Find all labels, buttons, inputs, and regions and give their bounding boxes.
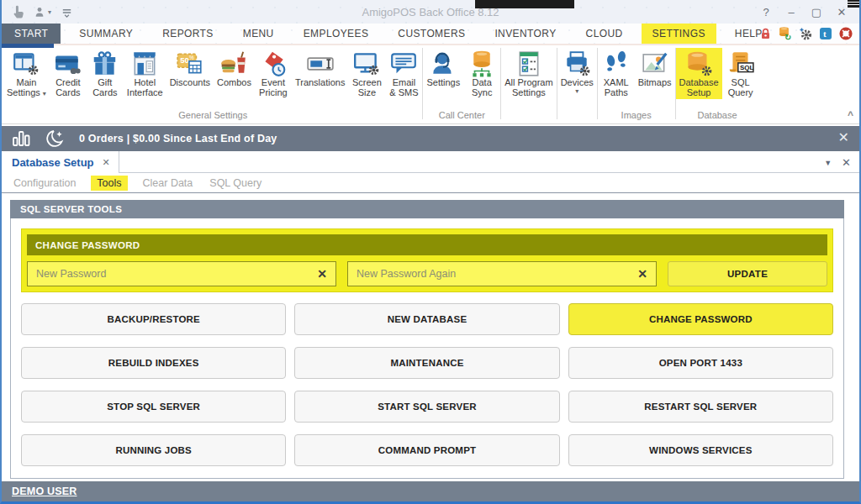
tab-strip-empty-area xyxy=(119,151,859,173)
ribbon-item-bitmaps[interactable]: Bitmaps xyxy=(635,48,675,90)
sql-query-icon: SQL xyxy=(726,50,755,78)
user-pin-icon[interactable]: ▾ xyxy=(34,6,51,18)
ribbon-item-data-sync[interactable]: Data Sync xyxy=(463,48,500,99)
document-tab-close-icon[interactable]: ✕ xyxy=(103,157,110,168)
ribbon-item-main-settings[interactable]: Main Settings ▾ xyxy=(3,48,50,100)
ribbon-collapse-chevron-icon[interactable]: ^ xyxy=(848,109,853,121)
tab-customers[interactable]: CUSTOMERS xyxy=(387,24,476,44)
background-window-artifact xyxy=(475,0,574,8)
ribbon: Main Settings ▾ Credit Cards Gift Cards … xyxy=(2,44,859,124)
gear-icon[interactable] xyxy=(799,27,812,40)
padlock-icon[interactable] xyxy=(759,27,772,40)
help-button[interactable]: ? xyxy=(753,3,779,21)
change-password-button[interactable]: CHANGE PASSWORD xyxy=(568,303,833,335)
restart-sql-server-button[interactable]: RESTART SQL SERVER xyxy=(568,391,833,423)
maximize-button[interactable]: ▢ xyxy=(804,3,829,21)
tab-inventory[interactable]: INVENTORY xyxy=(483,24,567,44)
bottom-status-bar: DEMO USER xyxy=(2,481,859,501)
database-setup-subtabs: Configuration Tools Clear Data SQL Query xyxy=(2,173,859,193)
screen-size-icon xyxy=(352,50,381,78)
customize-quick-access-icon[interactable] xyxy=(61,6,73,18)
app-window: ▾ AmigoPOS Back Office 8.12 ? – ▢ ✕ STAR… xyxy=(0,0,861,504)
touch-mode-icon[interactable] xyxy=(10,5,24,19)
new-password-input[interactable] xyxy=(36,268,310,280)
clear-input-icon[interactable]: ✕ xyxy=(317,267,327,281)
main-settings-icon xyxy=(12,50,40,78)
bar-chart-icon[interactable] xyxy=(12,129,32,148)
ribbon-group-label: Database xyxy=(676,109,759,123)
twitter-icon[interactable]: t xyxy=(819,27,832,40)
rebuild-indexes-button[interactable]: REBUILD INDEXES xyxy=(21,347,286,379)
subtab-configuration[interactable]: Configuration xyxy=(12,176,77,191)
tab-reports[interactable]: REPORTS xyxy=(151,24,224,44)
backup-restore-button[interactable]: BACKUP/RESTORE xyxy=(21,303,286,335)
update-password-button[interactable]: UPDATE xyxy=(668,261,827,286)
ribbon-item-combos[interactable]: Combos xyxy=(214,48,255,90)
ribbon-item-all-program-settings[interactable]: All Program Settings xyxy=(501,48,556,99)
credit-cards-icon xyxy=(54,50,82,78)
logged-in-user-link[interactable]: DEMO USER xyxy=(12,486,77,497)
support-lifering-icon[interactable] xyxy=(839,27,853,40)
chevron-down-icon: ▾ xyxy=(575,88,578,95)
new-password-field-wrap: ✕ xyxy=(27,261,336,286)
ribbon-item-email-sms[interactable]: Email & SMS xyxy=(385,48,422,99)
subtab-tools[interactable]: Tools xyxy=(91,176,127,191)
database-sync-icon[interactable]: ↻ xyxy=(779,27,792,40)
tab-strip-controls: ▼ ✕ xyxy=(824,156,851,169)
subtab-sql-query[interactable]: SQL Query xyxy=(208,176,263,191)
tab-summary[interactable]: SUMMARY xyxy=(68,24,144,44)
ribbon-group-devices: Devices ▾ xyxy=(557,45,597,123)
ribbon-item-xaml-paths[interactable]: XAML Paths xyxy=(598,48,635,99)
ribbon-item-gift-cards[interactable]: Gift Cards xyxy=(87,48,124,99)
ribbon-item-hotel-interface[interactable]: Hotel Interface xyxy=(124,48,166,99)
ribbon-item-credit-cards[interactable]: Credit Cards xyxy=(50,48,87,99)
ribbon-item-label: Data Sync xyxy=(472,78,492,97)
tab-employees[interactable]: EMPLOYEES xyxy=(293,24,380,44)
ribbon-item-screen-size[interactable]: Screen Size xyxy=(348,48,385,99)
tab-settings[interactable]: SETTINGS xyxy=(642,24,716,44)
svg-text:t: t xyxy=(823,29,827,39)
tab-cloud[interactable]: CLOUD xyxy=(575,24,634,44)
minimize-button[interactable]: – xyxy=(779,3,804,21)
svg-text:50: 50 xyxy=(180,55,189,65)
tab-menu[interactable]: MENU xyxy=(232,24,285,44)
subtab-clear-data[interactable]: Clear Data xyxy=(141,176,195,191)
ribbon-item-event-pricing[interactable]: Event Pricing xyxy=(255,48,292,99)
new-database-button[interactable]: NEW DATABASE xyxy=(294,303,559,335)
close-button[interactable]: ✕ xyxy=(829,3,854,21)
confirm-password-input[interactable] xyxy=(357,268,631,280)
all-program-settings-icon xyxy=(515,50,543,78)
ribbon-item-devices[interactable]: Devices ▾ xyxy=(557,48,597,97)
ribbon-item-database-setup[interactable]: Database Setup xyxy=(676,48,722,99)
stop-sql-server-button[interactable]: STOP SQL SERVER xyxy=(21,391,286,423)
quick-access-toolbar: ▾ xyxy=(2,5,73,19)
ribbon-item-label: Screen Size xyxy=(352,78,382,97)
ribbon-item-sql-query[interactable]: SQL SQL Query xyxy=(722,48,759,99)
maintenance-button[interactable]: MAINTENANCE xyxy=(294,347,559,379)
ribbon-item-callcenter-settings[interactable]: Settings xyxy=(423,48,463,90)
svg-text:↻: ↻ xyxy=(784,33,791,41)
panel-header: SQL SERVER TOOLS xyxy=(10,200,844,218)
ribbon-group-images: XAML Paths Bitmaps Images xyxy=(598,45,675,123)
ribbon-item-label: Settings xyxy=(426,78,460,88)
ribbon-item-discounts[interactable]: 50% Discounts xyxy=(166,48,214,90)
clear-input-icon[interactable]: ✕ xyxy=(637,267,647,281)
ribbon-item-label: Discounts xyxy=(170,78,210,88)
command-prompt-button[interactable]: COMMAND PROMPT xyxy=(294,434,559,466)
ribbon-item-translations[interactable]: Translations xyxy=(292,48,349,90)
tab-list-caret-icon[interactable]: ▼ xyxy=(824,159,832,167)
tab-start[interactable]: START xyxy=(2,24,61,44)
orders-summary-text: 0 Orders | $0.00 Since Last End of Day xyxy=(79,133,277,144)
document-tab-database-setup[interactable]: Database Setup ✕ xyxy=(2,151,119,173)
change-password-section: CHANGE PASSWORD ✕ ✕ UPDATE xyxy=(21,228,833,292)
windows-services-button[interactable]: WINDOWS SERVICES xyxy=(568,434,833,466)
tab-strip-close-icon[interactable]: ✕ xyxy=(842,156,851,169)
open-port-1433-button[interactable]: OPEN PORT 1433 xyxy=(568,347,833,379)
translations-icon xyxy=(306,50,335,78)
end-of-day-moon-icon[interactable] xyxy=(44,129,66,149)
title-bar: ▾ AmigoPOS Back Office 8.12 ? – ▢ ✕ xyxy=(2,0,859,24)
ribbon-item-label: Credit Cards xyxy=(55,78,80,97)
start-sql-server-button[interactable]: START SQL SERVER xyxy=(294,391,559,423)
running-jobs-button[interactable]: RUNNING JOBS xyxy=(21,434,286,466)
orders-bar-close-icon[interactable]: ✕ xyxy=(838,129,849,145)
